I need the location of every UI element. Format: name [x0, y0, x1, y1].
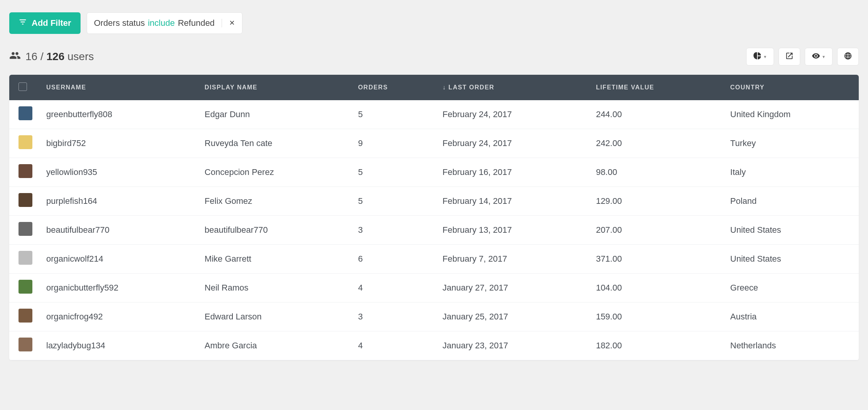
visibility-button[interactable]: ▼: [805, 48, 833, 66]
cell-username: organicbutterfly592: [37, 274, 195, 302]
cell-last-order: February 24, 2017: [433, 100, 587, 129]
avatar: [19, 135, 32, 149]
table-row[interactable]: purplefish164 Felix Gomez 5 February 14,…: [9, 187, 859, 216]
cell-display-name: Edward Larson: [195, 302, 349, 331]
cell-display-name: Neil Ramos: [195, 274, 349, 302]
cell-last-order: January 25, 2017: [433, 302, 587, 331]
add-filter-label: Add Filter: [32, 18, 71, 28]
cell-country: Italy: [721, 158, 859, 187]
cell-username: greenbutterfly808: [37, 100, 195, 129]
table-row[interactable]: yellowlion935 Concepcion Perez 5 Februar…: [9, 158, 859, 187]
avatar-cell: [9, 100, 37, 129]
table-row[interactable]: lazyladybug134 Ambre Garcia 4 January 23…: [9, 331, 859, 360]
total-count: 126: [47, 50, 65, 62]
column-orders[interactable]: ORDERS: [349, 75, 433, 100]
cell-username: lazyladybug134: [37, 331, 195, 360]
filtered-count: 16: [25, 50, 37, 62]
cell-country: United States: [721, 245, 859, 274]
cell-username: purplefish164: [37, 187, 195, 216]
avatar: [19, 106, 32, 120]
avatar: [19, 164, 32, 178]
chevron-down-icon: ▼: [822, 55, 826, 59]
cell-orders: 4: [349, 331, 433, 360]
cell-lifetime-value: 129.00: [587, 187, 721, 216]
chevron-down-icon: ▼: [763, 55, 767, 59]
column-country[interactable]: COUNTRY: [721, 75, 859, 100]
cell-country: Austria: [721, 302, 859, 331]
cell-country: United States: [721, 216, 859, 245]
cell-display-name: Concepcion Perez: [195, 158, 349, 187]
cell-lifetime-value: 98.00: [587, 158, 721, 187]
chart-view-button[interactable]: ▼: [746, 48, 774, 66]
globe-icon: [844, 52, 852, 62]
cell-lifetime-value: 182.00: [587, 331, 721, 360]
cell-username: beautifulbear770: [37, 216, 195, 245]
avatar-cell: [9, 302, 37, 331]
filter-toolbar: Add Filter Orders status include Refunde…: [9, 12, 859, 34]
avatar: [19, 309, 32, 323]
globe-button[interactable]: [837, 48, 859, 66]
avatar-cell: [9, 331, 37, 360]
filter-chip-value: Refunded: [178, 18, 214, 28]
cell-country: United Kingdom: [721, 100, 859, 129]
cell-last-order: January 23, 2017: [433, 331, 587, 360]
cell-display-name: Edgar Dunn: [195, 100, 349, 129]
cell-last-order: February 7, 2017: [433, 245, 587, 274]
table-row[interactable]: organicbutterfly592 Neil Ramos 4 January…: [9, 274, 859, 302]
summary-row: 16 / 126 users ▼ ▼: [9, 48, 859, 66]
avatar-cell: [9, 216, 37, 245]
table-row[interactable]: organicfrog492 Edward Larson 3 January 2…: [9, 302, 859, 331]
cell-display-name: Ambre Garcia: [195, 331, 349, 360]
avatar-cell: [9, 158, 37, 187]
cell-username: organicfrog492: [37, 302, 195, 331]
add-filter-button[interactable]: Add Filter: [9, 12, 81, 34]
cell-display-name: Mike Garrett: [195, 245, 349, 274]
remove-filter-button[interactable]: [229, 18, 235, 28]
avatar: [19, 251, 32, 265]
cell-lifetime-value: 207.00: [587, 216, 721, 245]
cell-last-order: February 13, 2017: [433, 216, 587, 245]
cell-lifetime-value: 159.00: [587, 302, 721, 331]
count-separator: /: [40, 50, 44, 62]
cell-orders: 5: [349, 100, 433, 129]
cell-country: Turkey: [721, 129, 859, 158]
avatar-cell: [9, 274, 37, 302]
column-last-order[interactable]: ↓LAST ORDER: [433, 75, 587, 100]
avatar: [19, 193, 32, 207]
cell-username: organicwolf214: [37, 245, 195, 274]
cell-orders: 5: [349, 187, 433, 216]
cell-orders: 6: [349, 245, 433, 274]
column-username[interactable]: USERNAME: [37, 75, 195, 100]
cell-lifetime-value: 244.00: [587, 100, 721, 129]
avatar: [19, 338, 32, 351]
cell-lifetime-value: 242.00: [587, 129, 721, 158]
filter-icon: [19, 18, 27, 29]
table-row[interactable]: organicwolf214 Mike Garrett 6 February 7…: [9, 245, 859, 274]
checkbox-icon: [19, 82, 27, 91]
pie-chart-icon: [753, 52, 762, 62]
filter-chip-field: Orders status: [94, 18, 145, 28]
active-filter-chip[interactable]: Orders status include Refunded: [87, 12, 242, 34]
cell-display-name: Ruveyda Ten cate: [195, 129, 349, 158]
cell-display-name: beautifulbear770: [195, 216, 349, 245]
export-button[interactable]: [779, 48, 800, 66]
avatar: [19, 222, 32, 236]
table-row[interactable]: greenbutterfly808 Edgar Dunn 5 February …: [9, 100, 859, 129]
avatar-cell: [9, 187, 37, 216]
export-icon: [785, 52, 794, 62]
cell-lifetime-value: 104.00: [587, 274, 721, 302]
table-row[interactable]: bigbird752 Ruveyda Ten cate 9 February 2…: [9, 129, 859, 158]
cell-orders: 9: [349, 129, 433, 158]
column-lifetime-value[interactable]: LIFETIME VALUE: [587, 75, 721, 100]
eye-icon: [812, 52, 820, 62]
table-row[interactable]: beautifulbear770 beautifulbear770 3 Febr…: [9, 216, 859, 245]
cell-last-order: February 14, 2017: [433, 187, 587, 216]
count-unit: users: [67, 50, 94, 62]
select-all-header[interactable]: [9, 75, 37, 100]
users-icon: [9, 50, 21, 64]
avatar-cell: [9, 245, 37, 274]
column-display-name[interactable]: DISPLAY NAME: [195, 75, 349, 100]
avatar: [19, 280, 32, 294]
cell-username: bigbird752: [37, 129, 195, 158]
cell-orders: 4: [349, 274, 433, 302]
